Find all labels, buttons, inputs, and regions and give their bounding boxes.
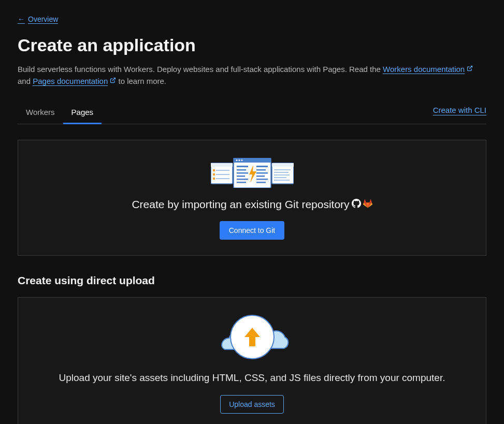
svg-rect-21 — [237, 169, 246, 171]
svg-rect-31 — [256, 182, 266, 183]
browser-windows-illustration — [28, 158, 476, 188]
pages-documentation-link[interactable]: Pages documentation — [33, 77, 108, 86]
svg-rect-30 — [256, 179, 268, 180]
gitlab-icon — [363, 198, 372, 211]
git-card-title: Create by importing an existing Git repo… — [132, 198, 372, 211]
page-description: Build serverless functions with Workers.… — [18, 64, 486, 87]
git-import-card: Create by importing an existing Git repo… — [18, 140, 486, 256]
svg-rect-11 — [274, 172, 289, 173]
cloud-upload-illustration — [28, 313, 476, 361]
create-with-cli-link[interactable]: Create with CLI — [433, 106, 486, 115]
svg-rect-1 — [211, 163, 233, 167]
svg-point-17 — [236, 159, 237, 161]
upload-assets-button[interactable]: Upload assets — [220, 395, 284, 414]
svg-rect-29 — [256, 176, 265, 177]
svg-rect-14 — [274, 180, 290, 181]
svg-rect-5 — [216, 174, 229, 175]
workers-documentation-link[interactable]: Workers documentation — [383, 65, 465, 74]
svg-rect-2 — [213, 169, 215, 171]
svg-rect-27 — [256, 169, 266, 171]
direct-upload-title: Create using direct upload — [18, 274, 486, 287]
tab-pages[interactable]: Pages — [63, 101, 102, 124]
connect-to-git-button[interactable]: Connect to Git — [220, 221, 285, 240]
svg-rect-3 — [216, 170, 229, 171]
github-icon — [352, 198, 361, 211]
svg-rect-24 — [237, 179, 248, 180]
tabs-container: Workers Pages Create with CLI — [18, 101, 486, 124]
svg-rect-20 — [237, 166, 248, 167]
svg-rect-6 — [213, 178, 215, 180]
tabs: Workers Pages — [18, 101, 102, 124]
page-title: Create an application — [18, 35, 486, 55]
svg-point-19 — [241, 159, 242, 161]
external-link-icon — [467, 65, 473, 74]
svg-rect-23 — [237, 176, 245, 177]
arrow-left-icon: ← — [18, 15, 25, 24]
svg-rect-22 — [237, 172, 248, 174]
tab-workers[interactable]: Workers — [18, 101, 63, 124]
direct-upload-card: Upload your site's assets including HTML… — [18, 297, 486, 424]
back-to-overview-link[interactable]: ← Overview — [18, 15, 58, 24]
svg-rect-9 — [272, 163, 294, 167]
svg-rect-4 — [213, 173, 215, 176]
svg-rect-13 — [274, 177, 286, 178]
svg-rect-12 — [274, 174, 290, 176]
svg-rect-26 — [256, 166, 268, 167]
external-link-icon — [110, 77, 116, 86]
upload-description: Upload your site's assets including HTML… — [28, 372, 476, 384]
svg-rect-7 — [216, 178, 229, 179]
svg-rect-10 — [274, 169, 291, 170]
svg-point-18 — [238, 159, 240, 161]
back-label: Overview — [28, 15, 58, 24]
svg-rect-25 — [237, 182, 246, 183]
svg-rect-28 — [256, 172, 268, 174]
